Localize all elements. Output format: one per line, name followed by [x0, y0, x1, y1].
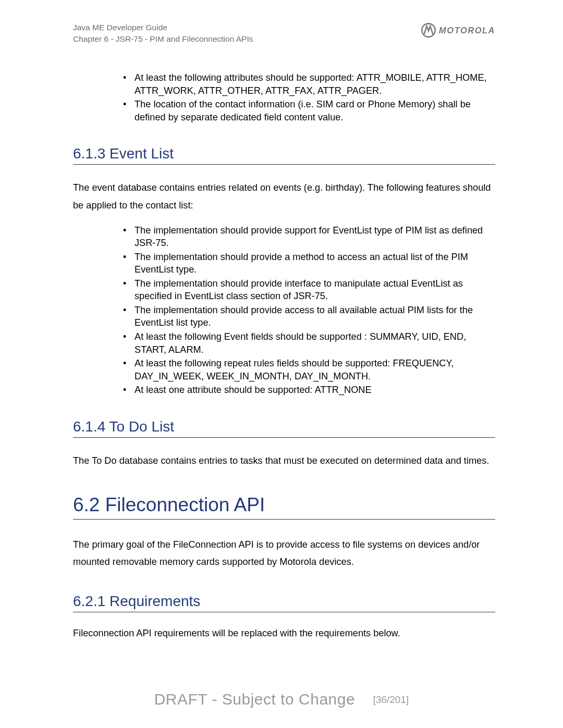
top-bullet-list: At least the following attributes should… — [123, 71, 490, 124]
list-item: At least one attribute should be support… — [123, 384, 490, 397]
page-footer: DRAFT - Subject to Change [36/201] — [0, 690, 563, 708]
todo-list-intro: The To Do database contains entries to t… — [73, 452, 495, 470]
list-item: The implementation should provide suppor… — [123, 224, 490, 250]
list-item: At least the following attributes should… — [123, 71, 490, 97]
document-page: Java ME Developer Guide Chapter 6 - JSR-… — [0, 0, 563, 640]
list-item: At least the following Event fields shou… — [123, 330, 490, 356]
event-list-bullets: The implementation should provide suppor… — [123, 224, 490, 397]
motorola-icon — [421, 23, 436, 38]
heading-requirements: 6.2.1 Requirements — [73, 593, 495, 612]
list-item: At least the following repeat rules fiel… — [123, 357, 490, 382]
header-text: Java ME Developer Guide Chapter 6 - JSR-… — [73, 22, 253, 45]
header-title: Java ME Developer Guide — [73, 22, 253, 33]
heading-fileconnection: 6.2 Fileconnection API — [73, 494, 495, 520]
page-header: Java ME Developer Guide Chapter 6 - JSR-… — [73, 22, 495, 45]
list-item: The implementation should provide access… — [123, 304, 490, 329]
requirements-intro: Fileconnection API requirements will be … — [73, 627, 495, 640]
page-number: [36/201] — [373, 694, 409, 705]
list-item: The location of the contact information … — [123, 98, 490, 124]
heading-todo-list: 6.1.4 To Do List — [73, 418, 495, 438]
draft-watermark: DRAFT - Subject to Change — [154, 690, 355, 708]
heading-event-list: 6.1.3 Event List — [73, 145, 495, 165]
header-chapter: Chapter 6 - JSR-75 - PIM and Fileconnect… — [73, 33, 253, 45]
event-list-intro: The event database contains entries rela… — [73, 179, 495, 214]
brand-text: MOTOROLA — [439, 26, 495, 35]
fileconnection-intro: The primary goal of the FileConnection A… — [73, 536, 495, 571]
list-item: The implementation should provide a meth… — [123, 251, 490, 276]
list-item: The implementation should provide interf… — [123, 277, 490, 303]
brand-logo: MOTOROLA — [421, 23, 495, 38]
